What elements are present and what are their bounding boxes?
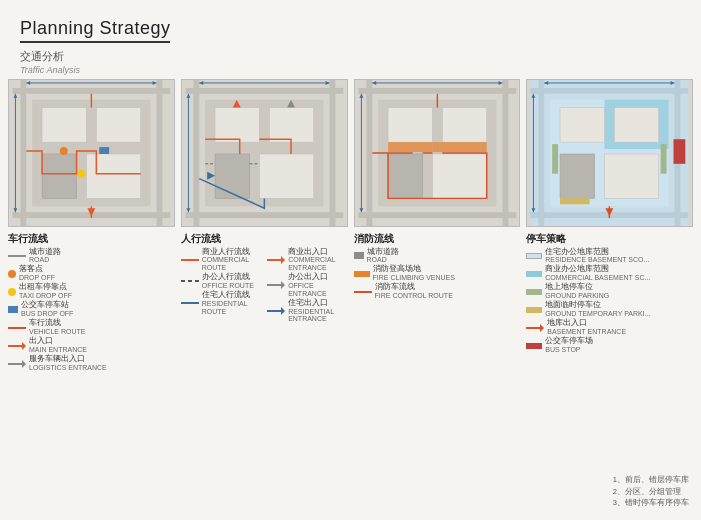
- svg-rect-69: [531, 87, 689, 93]
- leg-item: 公交车停车场BUS STOP: [526, 337, 693, 353]
- leg-item: 消防登高场地FIRE CLIMBING VENUES: [354, 265, 521, 281]
- legend-title-d1: 车行流线: [8, 232, 175, 246]
- svg-point-17: [78, 169, 86, 177]
- leg-item: 地上地停车位GROUND PARKING: [526, 283, 693, 299]
- leg-sym-road: [8, 255, 26, 257]
- svg-marker-49: [281, 307, 285, 315]
- svg-rect-33: [215, 153, 250, 197]
- leg-sym-dropoff: [8, 270, 16, 278]
- svg-rect-56: [388, 107, 432, 142]
- leg-item: 办公出入口OFFICE ENTRANCE: [267, 273, 347, 297]
- svg-rect-54: [502, 80, 508, 226]
- legend-title-d4: 停车策略: [526, 232, 693, 246]
- leg-item: 住宅出入口RESIDENTIAL ENTRANCE: [267, 299, 347, 323]
- svg-rect-60: [388, 142, 432, 152]
- svg-rect-81: [560, 198, 590, 204]
- leg-sym-vehicle-route: [8, 327, 26, 329]
- svg-rect-75: [560, 107, 604, 142]
- svg-rect-9: [86, 153, 140, 197]
- leg-item: 服务车辆出入口LOGISTICS ENTRANCE: [8, 355, 175, 371]
- leg-sym-entrance: [8, 342, 26, 350]
- svg-rect-58: [388, 153, 423, 197]
- subtitle-cn: 交通分析: [20, 49, 681, 64]
- leg-item: 商业人行流线COMMERCIAL ROUTE: [181, 248, 261, 272]
- svg-rect-78: [605, 153, 659, 197]
- svg-rect-26: [185, 87, 343, 93]
- svg-rect-28: [193, 80, 199, 226]
- leg-sym-comm-entrance: [267, 256, 285, 264]
- leg-item: 地库出入口BASEMENT ENTRANCE: [526, 319, 693, 335]
- svg-rect-7: [96, 107, 140, 142]
- svg-marker-47: [281, 281, 285, 289]
- svg-marker-45: [281, 256, 285, 264]
- leg-sym-office-route: [181, 280, 199, 282]
- diagram-fire-control: 消防流线 城市道路ROAD 消防登高场地FIRE CLIMBING VENUES…: [354, 79, 521, 374]
- note-2: 2、分区、分组管理: [613, 486, 689, 497]
- subtitle-en: Traffic Analysis: [20, 65, 681, 75]
- leg-sym-basement-entrance: [526, 324, 544, 332]
- svg-marker-24: [22, 360, 26, 368]
- svg-rect-31: [215, 107, 259, 142]
- legend-title-d2: 人行流线: [181, 232, 348, 246]
- svg-marker-22: [22, 342, 26, 350]
- legend-pedestrian: 人行流线 商业人行流线COMMERCIAL ROUTE 办公人行流线OFFICE…: [181, 227, 348, 325]
- svg-rect-1: [12, 87, 170, 93]
- leg-item: 商业办公地库范围COMMERCIAL BASEMENT SC...: [526, 265, 693, 281]
- svg-rect-6: [42, 107, 86, 142]
- leg-sym-comm-route: [181, 259, 199, 261]
- map-parking: [526, 79, 693, 227]
- svg-rect-51: [358, 87, 516, 93]
- svg-rect-77: [560, 153, 595, 197]
- leg-item: 住宅办公地库范围RESIDENCE BASEMENT SCO...: [526, 248, 693, 264]
- svg-rect-18: [99, 147, 109, 154]
- leg-item: 落客点DROP OFF: [8, 265, 175, 281]
- leg-sym-fire-road: [354, 252, 364, 259]
- leg-sym-ground-park: [526, 289, 542, 295]
- svg-rect-53: [366, 80, 372, 226]
- svg-rect-27: [185, 212, 343, 218]
- header: Planning Strategy 交通分析 Traffic Analysis: [0, 0, 701, 79]
- leg-sym-res-basement: [526, 253, 542, 259]
- svg-rect-8: [42, 153, 77, 197]
- svg-rect-59: [432, 153, 486, 197]
- title-underline: [20, 41, 170, 43]
- svg-rect-32: [269, 107, 313, 142]
- legend-parking: 停车策略 住宅办公地库范围RESIDENCE BASEMENT SCO... 商…: [526, 227, 693, 354]
- svg-rect-61: [432, 142, 486, 152]
- legend-title-d3: 消防流线: [354, 232, 521, 246]
- svg-rect-52: [358, 212, 516, 218]
- leg-item: 商业出入口COMMERCIAL ENTRANCE: [267, 248, 347, 272]
- svg-rect-76: [615, 107, 659, 142]
- leg-item: 公交车停车站BUS DROP OFF: [8, 301, 175, 317]
- svg-rect-29: [329, 80, 335, 226]
- leg-sym-comm-basement: [526, 271, 542, 277]
- leg-sym-temp-park: [526, 307, 542, 313]
- notes-section: 1、前后、错层停车库 2、分区、分组管理 3、错时停车有序停车: [613, 474, 689, 508]
- leg-sym-office-entrance: [267, 281, 285, 289]
- leg-item: 出租车停靠点TAXI DROP OFF: [8, 283, 175, 299]
- leg-item: 城市道路ROAD: [354, 248, 521, 264]
- map-vehicle: [8, 79, 175, 227]
- leg-sym-taxi: [8, 288, 16, 296]
- leg-sym-bus: [8, 306, 18, 313]
- diagram-vehicle-flow: 车行流线 城市道路ROAD 落客点DROP OFF 出租车停靠点TAXI DRO…: [8, 79, 175, 374]
- note-1: 1、前后、错层停车库: [613, 474, 689, 485]
- svg-rect-34: [259, 153, 313, 197]
- page-title: Planning Strategy: [20, 18, 681, 39]
- svg-marker-92: [540, 324, 544, 332]
- leg-item: 城市道路ROAD: [8, 248, 175, 264]
- svg-rect-4: [156, 80, 162, 226]
- leg-item: 办公人行流线OFFICE ROUTE: [181, 273, 261, 289]
- svg-rect-71: [539, 80, 545, 226]
- svg-rect-84: [674, 139, 686, 164]
- leg-sym-res-entrance: [267, 307, 285, 315]
- note-3: 3、错时停车有序停车: [613, 497, 689, 508]
- leg-item: 车行流线VEHICLE ROUTE: [8, 319, 175, 335]
- svg-rect-57: [442, 107, 486, 142]
- diagrams-container: 车行流线 城市道路ROAD 落客点DROP OFF 出租车停靠点TAXI DRO…: [0, 79, 701, 374]
- legend-fire: 消防流线 城市道路ROAD 消防登高场地FIRE CLIMBING VENUES…: [354, 227, 521, 300]
- leg-sym-fire-route: [354, 291, 372, 293]
- svg-rect-3: [20, 80, 26, 226]
- diagram-pedestrian-flow: 人行流线 商业人行流线COMMERCIAL ROUTE 办公人行流线OFFICE…: [181, 79, 348, 374]
- svg-point-16: [60, 147, 68, 155]
